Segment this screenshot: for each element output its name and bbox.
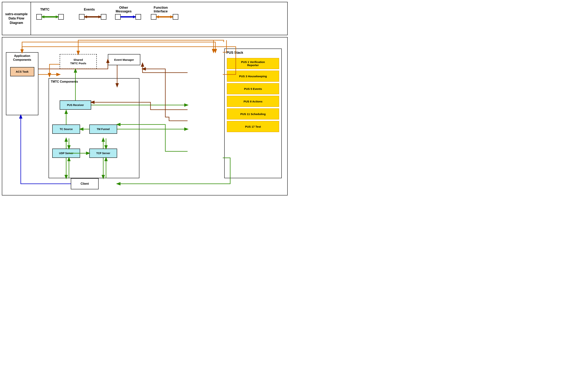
svg-rect-10	[101, 14, 106, 19]
pus-11-box: PUS 11 Scheduling	[227, 108, 279, 120]
udp-server-box: UDP Server	[52, 149, 80, 158]
pus-5-box: PUS 5 Events	[227, 83, 279, 94]
svg-marker-2	[42, 15, 44, 18]
shared-pools-box: SharedTMTC Pools	[60, 54, 97, 69]
event-manager-box: Event Manager	[108, 54, 140, 65]
svg-rect-23	[173, 14, 178, 19]
svg-rect-0	[37, 14, 42, 19]
legend-svg: TMTC Events Other Messages	[31, 2, 287, 35]
tm-funnel-box: TM Funnel	[89, 125, 117, 134]
app-components-title: ApplicationComponents	[6, 53, 38, 63]
pus-1-box: PUS 1 VerificationReporter	[227, 58, 279, 69]
svg-text:Function: Function	[154, 6, 168, 9]
tcp-server-box: TCP Server	[89, 149, 117, 158]
client-box: Client	[71, 178, 99, 189]
tmtc-label: TMTC	[40, 7, 50, 11]
svg-rect-16	[136, 14, 141, 19]
svg-rect-4	[58, 14, 64, 19]
tmtc-title: TMTC Components	[49, 78, 139, 85]
svg-text:Messages: Messages	[116, 9, 132, 13]
svg-marker-8	[84, 15, 87, 18]
top-legend: satrs-exampleData FlowDiagram TMTC Event…	[2, 2, 288, 35]
pus-3-box: PUS 3 Housekeeping	[227, 70, 279, 82]
pus-stack-title: PUS Stack	[225, 49, 281, 57]
diagram-title: satrs-exampleData FlowDiagram	[2, 2, 31, 35]
pus-8-box: PUS 8 Actions	[227, 96, 279, 107]
tc-source-box: TC Source	[52, 125, 80, 134]
app-components-box: ApplicationComponents ACS Task	[6, 52, 38, 115]
svg-marker-21	[156, 15, 159, 18]
svg-text:Events: Events	[84, 7, 95, 11]
svg-marker-15	[133, 15, 136, 18]
svg-marker-9	[98, 15, 101, 18]
pus-17-box: PUS 17 Test	[227, 121, 279, 132]
legend-arrows: TMTC Events Other Messages	[31, 2, 287, 35]
svg-text:Interface: Interface	[154, 9, 168, 13]
pus-stack-box: PUS Stack PUS 1 VerificationReporter PUS…	[224, 49, 282, 178]
main-diagram: ApplicationComponents ACS Task SharedTMT…	[2, 37, 288, 196]
svg-marker-3	[56, 15, 58, 18]
acs-task-box: ACS Task	[10, 67, 34, 76]
svg-rect-13	[115, 14, 121, 19]
pus-receiver-box: PUS Receiver	[60, 100, 91, 110]
svg-rect-5	[79, 14, 84, 19]
svg-text:Other: Other	[119, 6, 128, 9]
svg-rect-19	[151, 14, 156, 19]
svg-marker-22	[170, 15, 173, 18]
outer-wrapper: satrs-exampleData FlowDiagram TMTC Event…	[0, 0, 290, 196]
